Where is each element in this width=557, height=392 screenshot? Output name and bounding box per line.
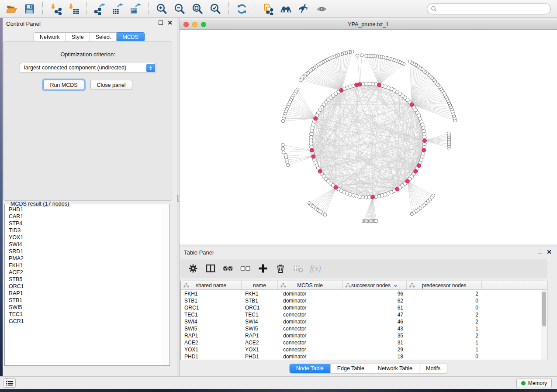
tab-network-table[interactable]: Network Table bbox=[371, 364, 419, 373]
table-row[interactable]: PHD1 PHD1 dominator 18 0 bbox=[181, 353, 541, 360]
mcds-result-item[interactable]: FKH1 bbox=[9, 262, 160, 269]
tab-style[interactable]: Style bbox=[66, 32, 90, 41]
toolbar-separator bbox=[42, 2, 43, 15]
table-row[interactable]: FKH1 FKH1 dominator 96 2 bbox=[181, 290, 541, 297]
mcds-result-item[interactable]: ACE2 bbox=[9, 269, 160, 276]
mcds-result-item[interactable]: CAR1 bbox=[9, 213, 160, 220]
mcds-result-item[interactable]: YOX1 bbox=[9, 234, 160, 241]
function-builder-icon: f(x) bbox=[309, 262, 322, 275]
table-toolbar: f(x) bbox=[180, 259, 547, 278]
close-panel-button[interactable]: Close panel bbox=[90, 80, 132, 90]
mcds-tab-content: Optimization criterion: largest connecte… bbox=[3, 41, 172, 201]
import-network-icon[interactable] bbox=[47, 1, 65, 17]
mcds-result-item[interactable]: SWI5 bbox=[9, 304, 160, 311]
network-canvas[interactable] bbox=[180, 30, 557, 244]
table-row[interactable]: SWI4 SWI4 dominator 46 2 bbox=[181, 318, 541, 325]
add-column-icon[interactable] bbox=[256, 262, 270, 275]
mcds-result-item[interactable]: STP4 bbox=[9, 220, 160, 227]
mcds-result-item[interactable]: GCR1 bbox=[9, 318, 160, 325]
mcds-result-scrollbar[interactable] bbox=[161, 205, 169, 364]
search-box[interactable] bbox=[427, 3, 551, 14]
search-input[interactable] bbox=[437, 4, 550, 14]
mcds-result-item[interactable]: SRD1 bbox=[9, 248, 160, 255]
table-row[interactable]: SWI5 SWI5 connector 43 1 bbox=[181, 325, 541, 332]
float-table-panel-icon[interactable] bbox=[538, 250, 542, 254]
table-scrollbar[interactable] bbox=[541, 290, 547, 360]
network-graph[interactable] bbox=[180, 30, 557, 244]
delete-table-icon bbox=[291, 262, 304, 275]
hierarchy-icon bbox=[345, 283, 351, 289]
show-all-icon[interactable] bbox=[313, 1, 331, 17]
table-settings-gear-icon[interactable] bbox=[187, 262, 200, 275]
toolbar-separator bbox=[255, 2, 255, 15]
toolbar-separator bbox=[149, 2, 149, 15]
table-scrollbar-thumb[interactable] bbox=[542, 292, 546, 327]
open-file-icon[interactable] bbox=[3, 1, 21, 17]
column-header-name[interactable]: name bbox=[242, 281, 278, 290]
close-panel-icon[interactable]: ✕ bbox=[167, 21, 173, 25]
node-table: shared name name MCDS role successor nod… bbox=[180, 281, 547, 360]
split-panel-icon[interactable] bbox=[204, 262, 217, 275]
tab-select[interactable]: Select bbox=[90, 32, 117, 41]
fx-label: f(x) bbox=[310, 264, 321, 273]
network-window-titlebar: YPA_prune.txt_1 bbox=[180, 20, 557, 30]
main-toolbar bbox=[0, 0, 557, 18]
control-panel-title: Control Panel bbox=[6, 21, 41, 27]
table-header-row: shared name name MCDS role successor nod… bbox=[181, 281, 547, 290]
tab-edge-table[interactable]: Edge Table bbox=[330, 364, 371, 373]
mcds-result-list: PHD1CAR1STP4TID3YOX1SWI4SRD1PMA2FKH1ACE2… bbox=[6, 206, 160, 364]
optimization-criterion-select[interactable]: largest connected component (undirected) bbox=[20, 63, 156, 73]
list-icon bbox=[6, 380, 14, 386]
column-header-shared-name[interactable]: shared name bbox=[181, 281, 242, 290]
mcds-result-item[interactable]: TEC1 bbox=[9, 311, 160, 318]
status-bar: Memory bbox=[0, 376, 557, 389]
tab-network[interactable]: Network bbox=[34, 32, 66, 41]
desktop-wallpaper-bottom-edge bbox=[0, 389, 557, 392]
table-row[interactable]: YOX1 YOX1 connector 29 1 bbox=[181, 346, 541, 353]
mcds-result-item[interactable]: TID3 bbox=[9, 227, 160, 234]
network-window-title: YPA_prune.txt_1 bbox=[180, 21, 557, 28]
table-row[interactable]: ORC1 ORC1 dominator 61 0 bbox=[181, 304, 541, 311]
mcds-result-item[interactable]: ORC1 bbox=[9, 283, 160, 290]
export-table-icon[interactable] bbox=[109, 1, 127, 17]
column-header-MCDS-role[interactable]: MCDS role bbox=[278, 281, 343, 290]
table-row[interactable]: ACE2 ACE2 connector 31 1 bbox=[181, 339, 541, 346]
task-list-button[interactable] bbox=[3, 378, 16, 388]
hide-selection-icon[interactable] bbox=[295, 1, 313, 17]
memory-button[interactable]: Memory bbox=[516, 378, 552, 388]
float-panel-icon[interactable] bbox=[159, 21, 163, 25]
duplicate-network-icon[interactable] bbox=[259, 1, 277, 17]
zoom-fit-icon[interactable] bbox=[189, 1, 207, 17]
deselect-all-icon[interactable] bbox=[239, 262, 252, 275]
mcds-result-item[interactable]: PMA2 bbox=[9, 255, 160, 262]
tab-motifs[interactable]: Motifs bbox=[419, 364, 447, 373]
column-header-predecessor-nodes[interactable]: predecessor nodes bbox=[407, 281, 482, 290]
mcds-result-item[interactable]: STB5 bbox=[9, 276, 160, 283]
zoom-out-icon[interactable] bbox=[171, 1, 189, 17]
binoculars-icon[interactable] bbox=[277, 1, 295, 17]
column-header-successor-nodes[interactable]: successor nodes bbox=[343, 281, 407, 290]
close-table-panel-icon[interactable]: ✕ bbox=[547, 250, 552, 254]
select-stepper-icon bbox=[146, 64, 155, 72]
table-row[interactable]: STB1 STB1 dominator 62 0 bbox=[181, 297, 541, 304]
zoom-in-icon[interactable] bbox=[153, 1, 171, 17]
mcds-result-item[interactable]: STB1 bbox=[9, 297, 160, 304]
hierarchy-icon bbox=[280, 283, 286, 289]
delete-column-icon[interactable] bbox=[274, 262, 287, 275]
mcds-result-item[interactable]: SWI4 bbox=[9, 241, 160, 248]
control-panel-tabs: NetworkStyleSelectMCDS bbox=[34, 32, 145, 41]
export-network-icon[interactable] bbox=[91, 1, 109, 17]
save-session-icon[interactable] bbox=[21, 1, 38, 17]
export-image-icon[interactable] bbox=[127, 1, 145, 17]
table-row[interactable]: TEC1 TEC1 connector 47 2 bbox=[181, 311, 541, 318]
run-mcds-button[interactable]: Run MCDS bbox=[43, 80, 84, 90]
import-table-icon[interactable] bbox=[65, 1, 83, 17]
zoom-selected-icon[interactable] bbox=[207, 1, 225, 17]
table-row[interactable]: RAP1 RAP1 dominator 35 2 bbox=[181, 332, 541, 339]
mcds-result-item[interactable]: RAP1 bbox=[9, 290, 160, 297]
mcds-result-item[interactable]: PHD1 bbox=[9, 206, 160, 213]
tab-mcds[interactable]: MCDS bbox=[117, 32, 145, 41]
select-all-icon[interactable] bbox=[221, 262, 235, 275]
refresh-icon[interactable] bbox=[233, 1, 251, 17]
tab-node-table[interactable]: Node Table bbox=[290, 364, 330, 373]
